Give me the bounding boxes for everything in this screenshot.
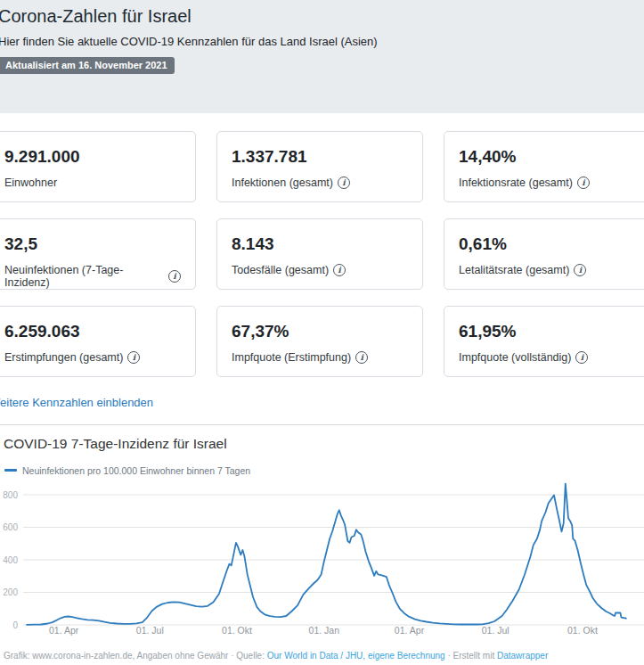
stat-value: 6.259.063: [4, 322, 181, 341]
chart-footer: Grafik: www.corona-in-zahlen.de, Angaben…: [4, 651, 644, 661]
x-axis-tick-label: 01. Okt: [222, 625, 252, 636]
header-band: Corona-Zahlen für Israel Hier finden Sie…: [0, 0, 644, 113]
stat-card-erstimpfungen: 6.259.063 Erstimpfungen (gesamt): [0, 306, 196, 377]
info-icon[interactable]: [333, 264, 346, 276]
stat-card-infektionsrate: 14,40% Infektionsrate (gesamt): [444, 131, 644, 202]
y-axis-tick-label: 200: [3, 587, 18, 597]
info-icon[interactable]: [338, 177, 350, 189]
page-subtitle: Hier finden Sie aktuelle COVID-19 Kennza…: [0, 35, 644, 49]
footer-middle-text: · Erstellt mit: [445, 651, 497, 661]
stat-value: 61,95%: [459, 322, 635, 341]
x-axis-tick-label: 01. Jul: [482, 625, 509, 636]
stat-cards-grid: 9.291.000 Einwohner 1.337.781 Infektione…: [0, 131, 644, 377]
chart-legend: Neuinfektionen pro 100.000 Einwohner bin…: [4, 464, 644, 476]
stat-label-text: Erstimpfungen (gesamt): [4, 351, 123, 364]
x-axis-tick-label: 01. Jul: [136, 625, 164, 636]
stat-label: Erstimpfungen (gesamt): [4, 351, 181, 364]
updated-badge: Aktualisiert am 16. November 2021: [0, 57, 175, 74]
stat-label: Infektionen (gesamt): [232, 177, 408, 189]
stat-label-text: Letalitätsrate (gesamt): [459, 264, 569, 276]
stat-label: Todesfälle (gesamt): [232, 264, 408, 276]
stat-label: Letalitätsrate (gesamt): [459, 264, 635, 276]
stat-card-impfquote-voll: 61,95% Impfquote (vollständig): [444, 306, 644, 377]
y-axis-tick-label: 600: [3, 522, 18, 532]
stat-label-text: Infektionsrate (gesamt): [459, 177, 573, 189]
stat-card-neuinfektionen: 32,5 Neuinfektionen (7-Tage-Inzidenz): [0, 218, 196, 290]
stat-label-text: Neuinfektionen (7-Tage-Inzidenz): [4, 264, 164, 289]
info-icon[interactable]: [575, 351, 588, 364]
stat-label: Einwohner: [4, 177, 181, 189]
incidence-line: [27, 484, 626, 625]
stat-card-letalitaetsrate: 0,61% Letalitätsrate (gesamt): [444, 218, 644, 290]
stat-value: 0,61%: [459, 234, 635, 254]
chart-title: COVID-19 7-Tage-Inzidenz für Israel: [4, 435, 644, 452]
stat-value: 67,37%: [232, 322, 408, 341]
stat-card-infektionen: 1.337.781 Infektionen (gesamt): [216, 131, 423, 202]
incidence-chart-panel: COVID-19 7-Tage-Inzidenz für Israel Neui…: [0, 424, 644, 661]
stat-value: 32,5: [4, 234, 181, 254]
legend-label: Neuinfektionen pro 100.000 Einwohner bin…: [22, 465, 250, 476]
x-axis-tick-label: 01. Jan: [309, 625, 340, 636]
stat-card-impfquote-erst: 67,37% Impfquote (Erstimpfung): [216, 306, 423, 377]
stat-label: Infektionsrate (gesamt): [459, 177, 635, 189]
stat-label: Neuinfektionen (7-Tage-Inzidenz): [4, 264, 181, 289]
stat-label-text: Einwohner: [4, 177, 57, 189]
stat-label-text: Impfquote (Erstimpfung): [232, 351, 351, 364]
info-icon[interactable]: [127, 351, 140, 364]
legend-line-swatch: [4, 469, 17, 472]
stat-value: 14,40%: [459, 147, 635, 167]
show-more-metrics-link[interactable]: Weitere Kennzahlen einblenden: [0, 396, 153, 410]
info-icon[interactable]: [574, 264, 586, 276]
x-axis-tick-label: 01. Apr: [395, 625, 425, 636]
info-icon[interactable]: [577, 177, 590, 189]
info-icon[interactable]: [168, 270, 181, 283]
footer-attribution-text: Grafik: www.corona-in-zahlen.de, Angaben…: [4, 651, 267, 661]
x-axis-tick-label: 01. Okt: [567, 625, 598, 636]
stat-card-todesfaelle: 8.143 Todesfälle (gesamt): [216, 218, 423, 290]
stat-value: 9.291.000: [4, 147, 181, 167]
stat-label: Impfquote (vollständig): [459, 351, 635, 364]
y-axis-tick-label: 800: [3, 490, 18, 500]
footer-datawrapper-link[interactable]: Datawrapper: [497, 651, 548, 661]
y-axis-tick-label: 0: [12, 620, 18, 630]
stat-label-text: Infektionen (gesamt): [232, 177, 333, 189]
incidence-chart: 020040060080001. Apr01. Jul01. Okt01. Ja…: [0, 476, 644, 639]
stat-label-text: Impfquote (vollständig): [459, 351, 571, 364]
stat-label-text: Todesfälle (gesamt): [232, 264, 329, 276]
stat-value: 8.143: [232, 234, 408, 254]
info-icon[interactable]: [355, 351, 368, 364]
x-axis-tick-label: 01. Apr: [49, 625, 79, 636]
footer-source-link[interactable]: Our World in Data / JHU, eigene Berechnu…: [267, 651, 445, 661]
stat-label: Impfquote (Erstimpfung): [232, 351, 408, 364]
stat-value: 1.337.781: [232, 147, 408, 167]
page-title: Corona-Zahlen für Israel: [0, 4, 644, 28]
y-axis-tick-label: 400: [3, 555, 18, 565]
stat-card-einwohner: 9.291.000 Einwohner: [0, 131, 196, 202]
